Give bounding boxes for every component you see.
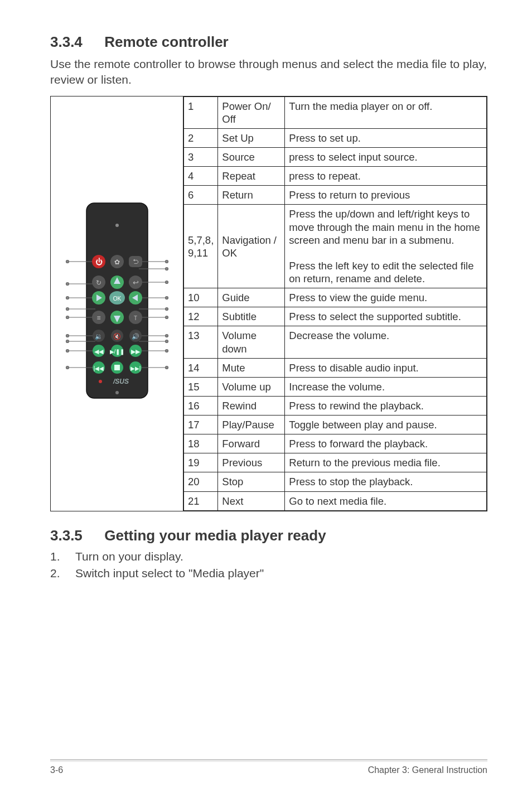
svg-point-30 xyxy=(165,316,168,319)
section-3-3-4-intro: Use the remote controller to browse thro… xyxy=(50,56,487,88)
list-item-num: 1. xyxy=(50,550,75,563)
svg-rect-75 xyxy=(114,365,120,370)
footer-divider xyxy=(50,760,487,762)
svg-point-14 xyxy=(66,340,69,343)
svg-point-39 xyxy=(115,224,119,227)
svg-point-4 xyxy=(66,283,69,286)
section-3-3-5-num: 3.3.5 xyxy=(50,527,100,544)
table-row: 3Sourcepress to select input source. xyxy=(184,148,487,167)
section-3-3-5-list: 1. Turn on your display. 2. Switch input… xyxy=(50,550,487,580)
remote-controller-diagram: ⏻ ✿ ⮌ ↻ ↩ OK ≡ T 🔉 🔇 🔊 ◀◀ xyxy=(59,197,176,409)
section-3-3-5-heading: 3.3.5 Getting your media player ready xyxy=(50,527,487,544)
svg-text:OK: OK xyxy=(113,296,121,302)
svg-text:⮌: ⮌ xyxy=(132,258,138,265)
list-item-text: Turn on your display. xyxy=(75,550,183,563)
svg-text:↩: ↩ xyxy=(132,278,138,287)
svg-text:T: T xyxy=(133,315,137,321)
svg-point-36 xyxy=(165,350,168,352)
list-item: 1. Turn on your display. xyxy=(50,550,487,563)
svg-text:↻: ↻ xyxy=(96,279,101,287)
svg-point-20 xyxy=(165,260,168,263)
table-row: 21NextGo to next media file. xyxy=(184,491,487,510)
svg-text:▶/❚❚: ▶/❚❚ xyxy=(109,349,124,355)
svg-text:▶▶|: ▶▶| xyxy=(130,365,141,371)
table-row: 14MutePress to disable audio input. xyxy=(184,358,487,377)
svg-text:▶▶: ▶▶ xyxy=(131,348,141,355)
table-row: 5,7,8, 9,11Navigation / OKPress the up/d… xyxy=(184,205,487,288)
svg-text:🔉: 🔉 xyxy=(95,332,103,340)
svg-text:✿: ✿ xyxy=(114,258,120,266)
svg-point-2 xyxy=(66,260,69,263)
svg-text:🔊: 🔊 xyxy=(132,332,139,340)
table-row: 20StopPress to stop the playback. xyxy=(184,472,487,491)
svg-point-34 xyxy=(165,340,168,343)
svg-text:|◀◀: |◀◀ xyxy=(93,365,104,371)
cell-desc: Turn the media player on or off. xyxy=(285,96,487,128)
svg-text:🔇: 🔇 xyxy=(113,332,121,340)
svg-point-32 xyxy=(165,335,168,337)
svg-text:≡: ≡ xyxy=(96,314,100,322)
table-row: 16RewindPress to rewind the playback. xyxy=(184,396,487,415)
section-3-3-4-title: Remote controller xyxy=(104,33,229,50)
svg-point-12 xyxy=(66,335,69,337)
section-3-3-4-heading: 3.3.4 Remote controller xyxy=(50,33,487,51)
svg-point-8 xyxy=(66,308,69,311)
svg-point-78 xyxy=(99,380,102,383)
svg-point-28 xyxy=(165,308,168,311)
remote-image-cell: ⏻ ✿ ⮌ ↻ ↩ OK ≡ T 🔉 🔇 🔊 ◀◀ xyxy=(51,96,183,511)
list-item-num: 2. xyxy=(50,567,75,580)
chapter-label: Chapter 3: General Instruction xyxy=(368,765,487,775)
table-row: 1Power On/ OffTurn the media player on o… xyxy=(184,96,487,128)
cell-num: 1 xyxy=(184,96,218,128)
svg-point-10 xyxy=(66,316,69,319)
svg-text:/SUS: /SUS xyxy=(112,378,128,385)
remote-functions-table: 1Power On/ OffTurn the media player on o… xyxy=(183,96,487,511)
table-row: 17Play/PauseToggle between play and paus… xyxy=(184,416,487,434)
page-number: 3-6 xyxy=(50,765,63,775)
svg-point-16 xyxy=(66,350,69,352)
svg-point-26 xyxy=(165,297,168,299)
table-row: 15Volume upIncrease the volume. xyxy=(184,377,487,396)
table-row: 18ForwardPress to forward the playback. xyxy=(184,434,487,453)
list-item: 2. Switch input select to "Media player" xyxy=(50,567,487,580)
svg-point-24 xyxy=(165,281,168,284)
svg-point-38 xyxy=(165,366,168,369)
table-row: 19PreviousReturn to the previous media f… xyxy=(184,453,487,472)
svg-text:◀◀: ◀◀ xyxy=(94,348,104,355)
section-3-3-5-title: Getting your media player ready xyxy=(104,527,326,544)
table-row: 13Volume downDecrease the volume. xyxy=(184,326,487,358)
svg-point-22 xyxy=(165,268,168,270)
table-row: 2Set UpPress to set up. xyxy=(184,128,487,147)
page-footer: 3-6 Chapter 3: General Instruction xyxy=(0,760,532,775)
cell-name: Power On/ Off xyxy=(218,96,285,128)
table-row: 10GuidePress to view the guide menu. xyxy=(184,288,487,307)
svg-text:⏻: ⏻ xyxy=(95,258,102,266)
svg-point-18 xyxy=(66,366,69,369)
table-row: 6ReturnPress to return to previous xyxy=(184,186,487,205)
table-row: 4Repeatpress to repeat. xyxy=(184,167,487,186)
svg-point-6 xyxy=(66,297,69,299)
section-3-3-4-num: 3.3.4 xyxy=(50,33,100,51)
list-item-text: Switch input select to "Media player" xyxy=(75,567,264,580)
table-row: 12SubtitlePress to select the supported … xyxy=(184,307,487,326)
svg-point-80 xyxy=(115,391,119,394)
remote-table-container: ⏻ ✿ ⮌ ↻ ↩ OK ≡ T 🔉 🔇 🔊 ◀◀ xyxy=(50,96,487,511)
